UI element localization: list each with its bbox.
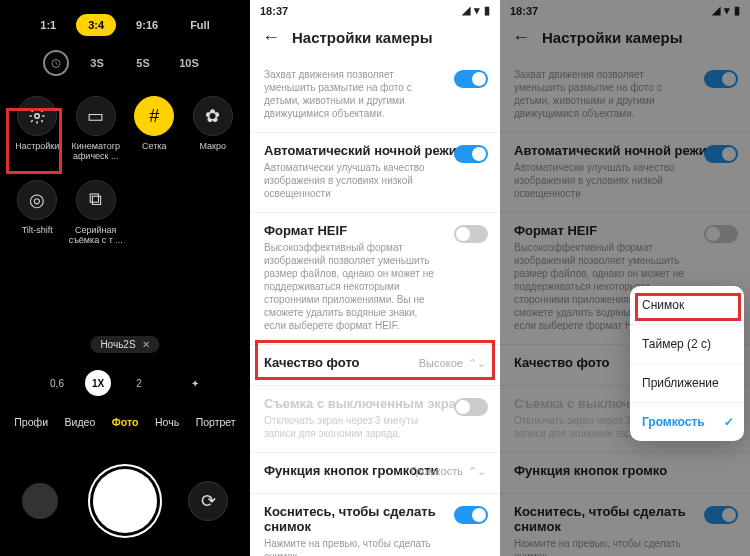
toggle-motion[interactable]: [454, 70, 488, 88]
signal-icon: ◢: [462, 4, 470, 17]
gallery-thumbnail[interactable]: [22, 483, 58, 519]
row-night-title: Автоматический ночной режим: [264, 143, 486, 158]
row-heif-title: Формат HEIF: [264, 223, 486, 238]
row-tap[interactable]: Коснитесь, чтобы сделать снимок Нажмите …: [250, 493, 500, 556]
close-icon[interactable]: ✕: [142, 339, 150, 350]
opt-grid[interactable]: # Сетка: [125, 90, 184, 174]
row-tap-title: Коснитесь, чтобы сделать снимок: [264, 504, 486, 534]
ratio-1-1[interactable]: 1:1: [28, 14, 68, 36]
row-screenoff: Съемка с выключенным экраном Отключать э…: [250, 385, 500, 452]
popup-zoom[interactable]: Приближение: [630, 363, 744, 402]
row-quality[interactable]: Качество фото Высокое ⌃⌄: [250, 344, 500, 385]
row-night[interactable]: Автоматический ночной режим Автоматическ…: [250, 132, 500, 212]
camera-screen: 1:1 3:4 9:16 Full 3S 5S 10S Настройки ▭ …: [0, 0, 250, 556]
mode-portrait[interactable]: Портрет: [196, 416, 236, 428]
switch-camera-button[interactable]: ⟳: [188, 481, 228, 521]
volume-popup: Снимок Таймер (2 с) Приближение Громкост…: [630, 286, 744, 441]
row-tap-desc: Нажмите на превью, чтобы сделать снимок.: [264, 537, 486, 556]
mode-night[interactable]: Ночь: [155, 416, 179, 428]
modal-overlay[interactable]: [500, 0, 750, 556]
row-screenoff-desc: Отключать экран через 3 минуты записи дл…: [264, 414, 486, 440]
svg-point-1: [35, 114, 40, 119]
zoom-row: 0,6 1X 2 ✦: [0, 370, 250, 396]
opt-burst-label: Серийная съёмка с т ...: [69, 226, 124, 246]
opt-tiltshift-label: Tilt-shift: [10, 226, 65, 236]
zoom-2[interactable]: 2: [127, 378, 151, 389]
settings-title: Настройки камеры: [292, 29, 433, 46]
timer-3s[interactable]: 3S: [79, 57, 115, 69]
zoom-0-6[interactable]: 0,6: [45, 378, 69, 389]
opt-settings[interactable]: Настройки: [8, 90, 67, 174]
chevron-icon: ⌃⌄: [465, 465, 486, 477]
mode-video[interactable]: Видео: [65, 416, 96, 428]
timer-row: 3S 5S 10S: [0, 44, 250, 90]
ratio-full[interactable]: Full: [178, 14, 222, 36]
row-volume[interactable]: Функция кнопок громкости Громкость ⌃⌄: [250, 452, 500, 493]
row-night-desc: Автоматически улучшать качество изображе…: [264, 161, 486, 200]
shutter-bar: ⟳: [0, 446, 250, 556]
timer-5s[interactable]: 5S: [125, 57, 161, 69]
mode-pro[interactable]: Профи: [14, 416, 48, 428]
settings-screen-popup: 18:37 ◢ ▾ ▮ ← Настройки камеры Захват дв…: [500, 0, 750, 556]
timer-icon[interactable]: [43, 50, 69, 76]
status-icons: ◢ ▾ ▮: [462, 4, 490, 17]
mode-photo[interactable]: Фото: [112, 416, 139, 428]
toggle-tap[interactable]: [454, 506, 488, 524]
chevron-icon: ⌃⌄: [465, 357, 486, 369]
opt-cinematic[interactable]: ▭ Кинематогр афическ ...: [67, 90, 126, 174]
opt-macro-label: Макро: [186, 142, 241, 152]
row-motion-desc: Захват движения позволяет уменьшить разм…: [264, 68, 486, 120]
ratio-3-4[interactable]: 3:4: [76, 14, 116, 36]
timer-10s[interactable]: 10S: [171, 57, 207, 69]
mode-row: Профи Видео Фото Ночь Портрет: [0, 416, 250, 428]
aspect-ratio-row: 1:1 3:4 9:16 Full: [0, 0, 250, 44]
popup-volume[interactable]: Громкость: [630, 402, 744, 441]
opt-macro[interactable]: ✿ Макро: [184, 90, 243, 174]
row-heif-desc: Высокоэффективный формат изображений поз…: [264, 241, 486, 332]
opt-tiltshift[interactable]: ◎ Tilt-shift: [8, 174, 67, 258]
scene-badge-label: Ночь2S: [100, 339, 135, 350]
toggle-night[interactable]: [454, 145, 488, 163]
row-heif[interactable]: Формат HEIF Высокоэффективный формат изо…: [250, 212, 500, 344]
back-button[interactable]: ←: [262, 27, 280, 48]
row-volume-value: Громкость ⌃⌄: [410, 465, 486, 478]
opt-grid-label: Сетка: [127, 142, 182, 152]
toggle-screenoff: [454, 398, 488, 416]
popup-snapshot[interactable]: Снимок: [630, 286, 744, 324]
zoom-1x[interactable]: 1X: [85, 370, 111, 396]
shutter-button[interactable]: [93, 469, 157, 533]
status-bar: 18:37 ◢ ▾ ▮: [250, 0, 500, 19]
options-grid: Настройки ▭ Кинематогр афическ ... # Сет…: [0, 90, 250, 258]
flash-off-icon[interactable]: ✦: [185, 378, 205, 389]
opt-burst[interactable]: ⧉ Серийная съёмка с т ...: [67, 174, 126, 258]
row-motion[interactable]: Захват движения позволяет уменьшить разм…: [250, 58, 500, 132]
row-screenoff-title: Съемка с выключенным экраном: [264, 396, 486, 411]
opt-settings-label: Настройки: [10, 142, 65, 152]
popup-timer[interactable]: Таймер (2 с): [630, 324, 744, 363]
settings-header: ← Настройки камеры: [250, 19, 500, 58]
battery-icon: ▮: [484, 4, 490, 17]
ratio-9-16[interactable]: 9:16: [124, 14, 170, 36]
status-time: 18:37: [260, 5, 288, 17]
wifi-icon: ▾: [474, 4, 480, 17]
toggle-heif[interactable]: [454, 225, 488, 243]
settings-screen: 18:37 ◢ ▾ ▮ ← Настройки камеры Захват дв…: [250, 0, 500, 556]
opt-cinematic-label: Кинематогр афическ ...: [69, 142, 124, 162]
row-quality-value: Высокое ⌃⌄: [419, 357, 486, 370]
scene-badge[interactable]: Ночь2S ✕: [90, 336, 159, 353]
